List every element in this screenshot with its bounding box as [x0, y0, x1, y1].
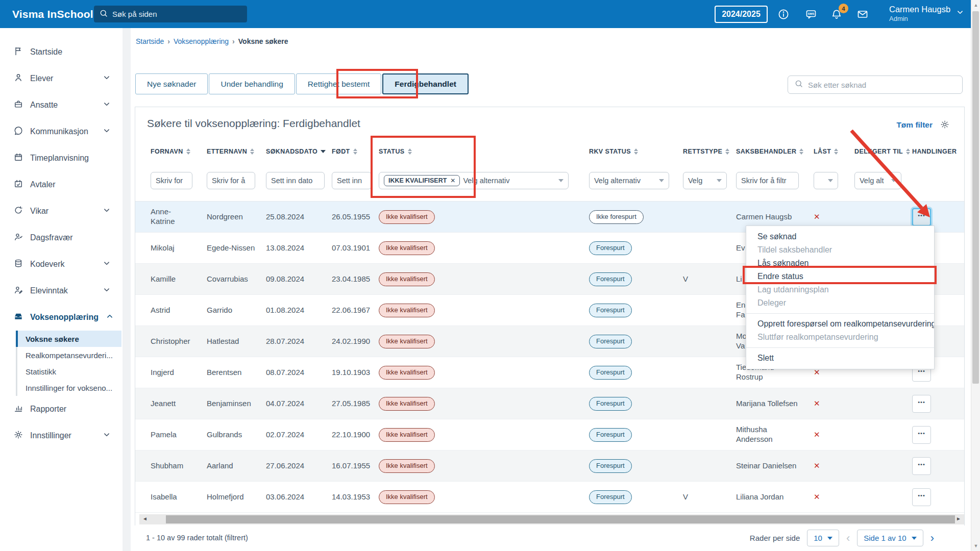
sidebar-item-voksenoppl-ring[interactable]: Voksenopplæring	[0, 304, 122, 331]
row-actions-button[interactable]: •••	[912, 208, 931, 226]
filter-input-fodt[interactable]	[332, 172, 372, 189]
previous-page-button[interactable]: ‹	[846, 533, 850, 544]
sidebar-subitem-voksne-s-kere[interactable]: Voksne søkere	[17, 331, 121, 347]
status-badge: Ikke kvalifisert	[379, 428, 435, 442]
sidebar-item-elevinntak[interactable]: Elevinntak	[0, 278, 122, 304]
table-row[interactable]: IsabellaHolmefjord03.06.202414.03.1953Ik…	[135, 482, 964, 513]
sidebar-item-kodeverk[interactable]: Kodeverk	[0, 251, 122, 278]
filter-select-status[interactable]: IKKE KVALIFISERT✕Velg alternativ	[379, 172, 569, 189]
row-actions-button[interactable]: •••	[912, 457, 931, 475]
cell-handlinger: •••	[912, 426, 951, 444]
column-header-soknadsdato[interactable]: SØKNADSDATO	[266, 148, 332, 155]
chevron-down-icon	[102, 126, 111, 137]
user-check-icon	[13, 232, 23, 244]
tab-ferdigbehandlet[interactable]: Ferdigbehandlet	[382, 73, 469, 94]
filter-cell-etternavn	[207, 172, 266, 189]
column-header-delegert[interactable]: DELEGERT TIL	[854, 148, 912, 155]
chevron-down-icon	[891, 179, 896, 182]
sidebar-item-elever[interactable]: Elever	[0, 65, 122, 92]
cell-saksbehandler: Carmen Haugsb	[736, 212, 814, 222]
filter-input-saksbehandler[interactable]	[736, 172, 799, 189]
row-actions-button[interactable]: •••	[912, 426, 931, 444]
cell-rkv-status: Ikke forespurt	[589, 210, 683, 224]
rows-per-page-select[interactable]: 10	[807, 530, 839, 546]
sidebar-item-dagsfrav-r[interactable]: Dagsfravær	[0, 224, 122, 251]
sidebar-item-startside[interactable]: Startside	[0, 39, 122, 65]
school-year-button[interactable]: 2024/2025	[715, 6, 768, 23]
vertical-scrollbar-thumb[interactable]	[972, 11, 979, 384]
cell-status: Ikke kvalifisert	[379, 335, 589, 348]
menu-item-se-s-knad[interactable]: Se søknad	[746, 230, 934, 243]
table-row[interactable]: ShubhamAarland27.06.202416.07.1955Ikke k…	[135, 450, 964, 482]
info-icon[interactable]	[777, 8, 790, 20]
cell-last: ✕	[814, 399, 854, 409]
filter-select-rettstype[interactable]: Velg	[683, 172, 727, 189]
column-header-last[interactable]: LÅST	[814, 148, 854, 155]
application-search-input[interactable]	[808, 81, 956, 89]
scroll-up-icon[interactable]: ▲	[971, 3, 980, 8]
row-actions-button[interactable]: •••	[912, 395, 931, 413]
filter-select-delegert[interactable]: Velg alt	[854, 172, 901, 189]
chip-close-icon[interactable]: ✕	[450, 177, 455, 184]
tab-nye-s-knader[interactable]: Nye søknader	[135, 73, 208, 94]
menu-item-l-s-s-knaden[interactable]: Lås søknaden	[746, 257, 934, 270]
vertical-scrollbar[interactable]: ▲ ▼	[971, 0, 980, 551]
sidebar-subitem-statistikk[interactable]: Statistikk	[17, 363, 121, 380]
filter-input-fornavn[interactable]	[151, 172, 192, 189]
horizontal-scrollbar-thumb[interactable]	[166, 515, 955, 523]
breadcrumb-item-startside[interactable]: Startside	[136, 37, 164, 45]
cell-handlinger: •••	[912, 208, 951, 226]
user-menu[interactable]: Carmen Haugsb Admin	[889, 4, 965, 23]
table-row[interactable]: JeanettBenjaminsen04.07.202427.05.1985Ik…	[135, 388, 964, 419]
filter-cell-rettstype: Velg	[683, 172, 736, 189]
scroll-down-icon[interactable]: ▼	[971, 543, 980, 548]
tab-under-behandling[interactable]: Under behandling	[209, 73, 295, 94]
scroll-right-icon[interactable]: ►	[956, 516, 961, 521]
sidebar-item-timeplanvisning[interactable]: Timeplanvisning	[0, 145, 122, 171]
row-count-summary: 1 - 10 av 99 rader totalt (filtrert)	[146, 534, 248, 542]
filter-select-rkv[interactable]: Velg alternativ	[589, 172, 669, 189]
filter-input-etternavn[interactable]	[207, 172, 255, 189]
sidebar-item-vikar[interactable]: Vikar	[0, 198, 122, 224]
table-row[interactable]: PamelaGulbrands02.07.202422.10.1900Ikke …	[135, 419, 964, 450]
horizontal-scrollbar[interactable]: ◄ ►	[139, 514, 964, 524]
rows-per-page-label: Rader per side	[750, 534, 800, 542]
menu-item-endre-status[interactable]: Endre status	[746, 270, 934, 283]
status-tabs: Nye søknaderUnder behandlingRettighet be…	[135, 73, 469, 94]
column-header-status[interactable]: STATUS	[379, 148, 589, 155]
row-actions-button[interactable]: •••	[912, 488, 931, 506]
status-badge: Ikke kvalifisert	[379, 272, 435, 286]
column-header-rettstype[interactable]: RETTSTYPE	[683, 148, 736, 155]
global-search-input[interactable]	[112, 10, 242, 18]
menu-item-slett[interactable]: Slett	[746, 352, 934, 365]
mail-icon[interactable]	[856, 8, 869, 20]
column-header-etternavn[interactable]: ETTERNAVN	[207, 148, 266, 155]
column-header-fornavn[interactable]: FORNAVN	[151, 148, 207, 155]
page-select[interactable]: Side 1 av 10	[857, 530, 923, 546]
scroll-left-icon[interactable]: ◄	[142, 516, 148, 521]
table-settings-gear-icon[interactable]	[940, 119, 950, 132]
sidebar-item-rapporter[interactable]: Rapporter	[0, 396, 122, 422]
next-page-button[interactable]: ›	[930, 533, 934, 544]
sms-icon[interactable]: SMS	[805, 8, 817, 20]
clear-filter-link[interactable]: Tøm filter	[896, 120, 933, 130]
filter-select-last[interactable]	[814, 172, 838, 189]
column-header-fodt[interactable]: FØDT	[332, 148, 379, 155]
sidebar-item-kommunikasjon[interactable]: Kommunikasjon	[0, 118, 122, 145]
sidebar-subitem-realkompetansevurderi[interactable]: Realkompetansevurderi...	[17, 347, 121, 363]
person-icon	[13, 72, 23, 85]
filter-cell-last	[814, 172, 854, 189]
column-header-saksbehandler[interactable]: SAKSBEHANDLER	[736, 148, 814, 155]
tab-rettighet-bestemt[interactable]: Rettighet bestemt	[296, 73, 381, 94]
sidebar-subitem-innstillinger-for-vokseno[interactable]: Innstillinger for vokseno...	[17, 380, 121, 396]
breadcrumb-item-voksenoppl-ring[interactable]: Voksenopplæring	[174, 37, 229, 45]
chevron-down-icon	[102, 285, 111, 296]
filter-input-soknadsdato[interactable]	[266, 172, 325, 189]
menu-item-opprett-foresp-rsel-om-realkompetansevurdering[interactable]: Opprett forespørsel om realkompetansevur…	[746, 317, 934, 331]
app-logo[interactable]: Visma InSchool	[12, 0, 93, 28]
column-header-rkv[interactable]: RKV STATUS	[589, 148, 683, 155]
sidebar-item-avtaler[interactable]: Avtaler	[0, 171, 122, 198]
sidebar-item-innstillinger[interactable]: Innstillinger	[0, 422, 122, 449]
sidebar-item-ansatte[interactable]: Ansatte	[0, 92, 122, 118]
cell-fornavn: Anne-Katrine	[151, 207, 195, 227]
